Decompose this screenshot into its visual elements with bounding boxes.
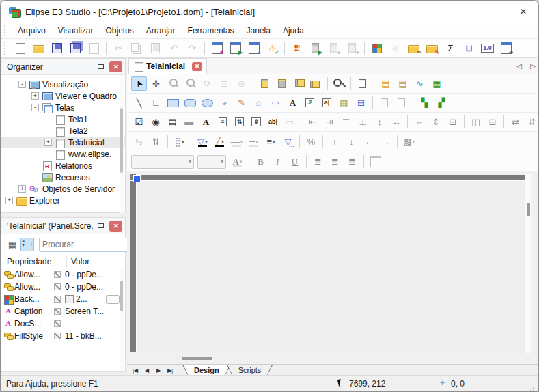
bold-icon[interactable]: B bbox=[253, 154, 268, 169]
save-icon[interactable] bbox=[49, 40, 66, 56]
link-arrow-tool-icon[interactable]: ⇨ bbox=[268, 96, 284, 110]
align-right-icon[interactable]: ⇥ bbox=[322, 115, 337, 129]
send-to-back-icon[interactable] bbox=[274, 76, 290, 91]
align-text-left-icon[interactable]: ≣ bbox=[310, 154, 326, 169]
menu-arranjar[interactable]: Arranjar bbox=[140, 24, 182, 38]
bring-to-front-icon[interactable] bbox=[257, 76, 273, 91]
line-tool-icon[interactable]: ╲ bbox=[131, 96, 147, 110]
menu-ferramentas[interactable]: Ferramentas bbox=[182, 24, 240, 38]
underline-icon[interactable]: U bbox=[287, 154, 303, 169]
last-tab-icon[interactable]: ▶| bbox=[165, 365, 176, 376]
connect-points-icon[interactable]: ▚ bbox=[417, 96, 432, 110]
menu-visualizar[interactable]: Visualizar bbox=[52, 24, 100, 38]
open-file-icon[interactable] bbox=[30, 40, 47, 56]
verify-domain-icon[interactable]: ⚠✓ bbox=[264, 40, 281, 56]
stop-domain-icon[interactable]: !!! bbox=[288, 40, 305, 56]
rectangle-tool-icon[interactable] bbox=[165, 96, 181, 110]
property-row[interactable]: Allow...0 - ppDe... bbox=[1, 268, 125, 281]
property-row[interactable]: FillStyle11 - bkB... bbox=[1, 330, 125, 342]
align-text-right-icon[interactable]: ≣ bbox=[344, 154, 360, 169]
send-backward-icon[interactable] bbox=[308, 76, 324, 91]
group-icon[interactable] bbox=[376, 96, 392, 110]
print-icon[interactable] bbox=[85, 40, 102, 56]
close-icon[interactable]: ✕ bbox=[109, 61, 122, 72]
cut-icon[interactable]: ✂ bbox=[110, 40, 127, 56]
tree-item-tela2[interactable]: Tela2 bbox=[1, 125, 125, 137]
grid-options-icon[interactable]: ⣿▾ bbox=[171, 135, 187, 149]
close-icon[interactable]: ✕ bbox=[109, 221, 122, 232]
tree-item-telas[interactable]: -Telas bbox=[1, 102, 125, 113]
setpoint-tool-icon[interactable]: a| bbox=[319, 96, 335, 110]
vertical-scrollbar-thumb[interactable] bbox=[527, 203, 530, 216]
find-object-icon[interactable]: ∞ bbox=[497, 40, 514, 56]
column-propriedade[interactable]: Propriedade bbox=[1, 255, 67, 268]
new-file-icon[interactable] bbox=[12, 40, 29, 56]
tree-item-visualiza-o[interactable]: -Visualização bbox=[1, 79, 125, 90]
expander-icon[interactable]: + bbox=[44, 139, 52, 146]
fill-color-icon[interactable]: ▽▾ bbox=[195, 135, 210, 149]
rounded-rectangle-tool-icon[interactable] bbox=[182, 96, 198, 110]
paste-icon[interactable] bbox=[147, 40, 164, 56]
same-size-icon[interactable]: ⊡ bbox=[445, 115, 461, 129]
categorized-view-icon[interactable]: ▦ bbox=[5, 238, 19, 251]
tree-item-www-elipse-[interactable]: www.elipse. bbox=[1, 148, 125, 160]
italic-icon[interactable]: I bbox=[270, 154, 286, 169]
select-tool-icon[interactable]: ➤ bbox=[131, 76, 147, 91]
column-valor[interactable]: Valor bbox=[67, 257, 125, 266]
pan-tool-icon[interactable]: ✜ bbox=[148, 76, 164, 91]
property-value[interactable]: 0 - ppDe... bbox=[65, 270, 103, 279]
property-row[interactable]: Allow...0 - ppDe... bbox=[1, 281, 125, 293]
tree-item-explorer[interactable]: +Explorer bbox=[1, 195, 125, 206]
library-icon[interactable]: ⊔ bbox=[460, 40, 478, 56]
vertical-scrollbar[interactable] bbox=[525, 174, 531, 353]
tree-item-objetos-de-servidor[interactable]: +Objetos de Servidor bbox=[1, 183, 125, 195]
font-size-combo[interactable]: ▾ bbox=[197, 155, 226, 169]
rotate-tool-icon[interactable]: ⟳ bbox=[199, 76, 215, 91]
decrease-height-icon[interactable]: ↓ bbox=[344, 135, 359, 149]
version-control-icon[interactable]: 1.0 bbox=[479, 40, 496, 56]
tree-item-telainicial[interactable]: +TelaInicial bbox=[1, 137, 125, 148]
tree-scrollbar[interactable] bbox=[120, 75, 124, 213]
scroll-tabs-right-icon[interactable]: ▷ bbox=[526, 59, 539, 73]
resize-grip[interactable] bbox=[529, 384, 536, 391]
display-tool-icon[interactable]: .2 bbox=[302, 96, 318, 110]
recipe-object-icon[interactable]: ▦ bbox=[429, 76, 445, 91]
horizontal-scrollbar[interactable] bbox=[127, 353, 539, 364]
screen-attributes-icon[interactable] bbox=[368, 154, 383, 169]
increase-width-icon[interactable]: → bbox=[378, 135, 393, 149]
pause-server-icon[interactable]: ▸ bbox=[325, 40, 342, 56]
no-action-icon[interactable]: ⊘ bbox=[234, 76, 249, 91]
zoom-level-icon[interactable]: ▾ bbox=[331, 76, 347, 91]
frame-control-icon[interactable]: ▭ bbox=[282, 115, 298, 129]
selection-handle[interactable] bbox=[133, 175, 141, 182]
scale-tool-icon[interactable]: ⊟ bbox=[353, 96, 369, 110]
tree-item-viewer-e-quadro[interactable]: +Viewer e Quadro bbox=[1, 90, 125, 102]
fill-effects-icon[interactable]: ▽… bbox=[280, 135, 296, 149]
updown-control-icon[interactable]: ⇕ bbox=[249, 115, 264, 129]
alarm-browser-object-icon[interactable]: ▤ bbox=[378, 76, 393, 91]
checkbox-control-icon[interactable]: ☑ bbox=[131, 115, 147, 129]
property-value[interactable]: 2... bbox=[76, 294, 87, 304]
color-swatch[interactable] bbox=[65, 295, 74, 303]
web-browser-icon[interactable]: ⊕ bbox=[387, 40, 404, 56]
arc-tool-icon[interactable]: ◕ bbox=[217, 96, 232, 110]
property-row[interactable]: Back...2...… bbox=[1, 293, 125, 305]
application-report-icon[interactable]: ≡ bbox=[245, 40, 262, 56]
line-color-icon[interactable]: ―▾ bbox=[229, 135, 245, 149]
percent-size-icon[interactable]: % bbox=[303, 135, 319, 149]
tree-item-recursos[interactable]: Recursos bbox=[1, 171, 125, 183]
freehand-tool-icon[interactable]: ✎ bbox=[234, 96, 249, 110]
space-across-icon[interactable]: ⇄ bbox=[508, 115, 523, 129]
redo-icon[interactable]: ↷ bbox=[184, 40, 201, 56]
text-tool-icon[interactable]: A bbox=[285, 96, 301, 110]
tree-item-tela1[interactable]: Tela1 bbox=[1, 113, 125, 125]
menu-ajuda[interactable]: Ajuda bbox=[277, 24, 310, 38]
label-control-icon[interactable]: A bbox=[198, 115, 214, 129]
previous-tab-icon[interactable]: ◀ bbox=[141, 365, 152, 376]
run-application-icon[interactable]: ▶ bbox=[227, 40, 244, 56]
radio-control-icon[interactable]: ◉ bbox=[148, 115, 164, 129]
ellipsis-button[interactable]: … bbox=[106, 295, 120, 304]
increase-height-icon[interactable]: ↑ bbox=[327, 135, 342, 149]
maximize-button-icon[interactable] bbox=[478, 1, 508, 23]
gallery-icon[interactable] bbox=[368, 40, 385, 56]
